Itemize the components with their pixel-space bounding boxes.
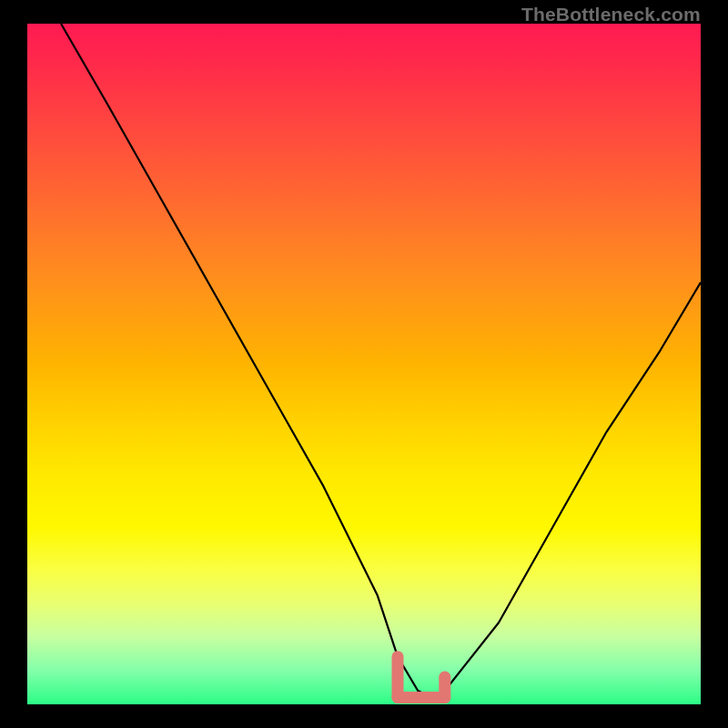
chart-frame: TheBottleneck.com [0,0,728,728]
curve-group [61,24,701,698]
plot-area [27,24,701,704]
chart-svg [27,24,701,704]
watermark-text: TheBottleneck.com [521,4,701,25]
bottleneck-curve-line [61,24,701,698]
